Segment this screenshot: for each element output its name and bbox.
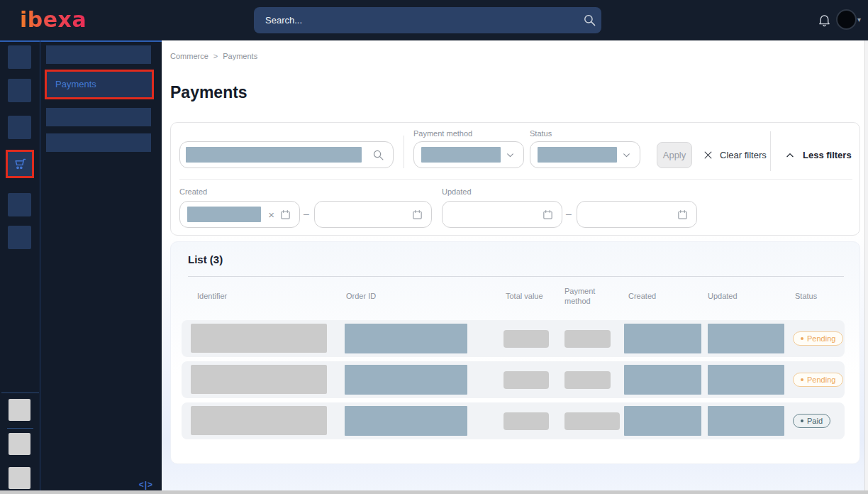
panel-collapse-icon[interactable]: <|>	[139, 480, 153, 490]
redacted-total-value	[503, 412, 549, 430]
menu-item-redacted-1[interactable]	[46, 45, 151, 64]
status-text: Paid	[807, 417, 823, 425]
notifications-bell-icon[interactable]	[817, 12, 832, 28]
rail-divider	[1, 393, 39, 393]
filter-divider	[404, 136, 404, 168]
sidebar-bottom-icon-1[interactable]	[9, 399, 30, 421]
status-badge: Pending	[793, 331, 843, 346]
chevron-down-icon	[506, 150, 515, 160]
chevron-down-icon	[622, 150, 631, 160]
table-row[interactable]: Paid	[182, 402, 845, 439]
status-text: Pending	[807, 334, 835, 343]
column-header-created: Created	[628, 292, 656, 300]
redacted-select-value	[538, 147, 617, 163]
chevron-up-icon	[785, 150, 795, 160]
menu-sidebar: Payments <|>	[40, 40, 162, 494]
redacted-identifier	[191, 406, 327, 435]
redacted-date-value	[187, 207, 261, 222]
clear-filters-button[interactable]: Clear filters	[703, 142, 767, 168]
page-title: Payments	[170, 83, 247, 102]
redacted-order-id	[345, 365, 467, 395]
breadcrumb-payments: Payments	[223, 52, 257, 60]
status-text: Pending	[807, 375, 835, 384]
close-icon	[703, 150, 713, 160]
column-header-order-id: Order ID	[346, 292, 376, 300]
breadcrumb-commerce[interactable]: Commerce	[170, 52, 208, 60]
payment-method-select[interactable]	[413, 141, 524, 168]
sidebar-bottom-icon-3[interactable]	[9, 467, 30, 489]
sidebar-icon-5[interactable]	[8, 193, 31, 216]
clear-date-icon[interactable]: ×	[268, 209, 274, 220]
top-header-bar: ibexa ▾	[0, 0, 868, 40]
column-header-payment-method: Payment method	[564, 286, 606, 306]
breadcrumb: Commerce > Payments	[170, 52, 257, 60]
search-icon[interactable]	[583, 13, 596, 27]
sidebar-icon-6[interactable]	[8, 226, 31, 249]
clear-filters-label: Clear filters	[720, 150, 767, 160]
updated-to-date-input[interactable]	[577, 201, 697, 228]
created-label: Created	[179, 187, 207, 196]
menu-item-redacted-2[interactable]	[46, 108, 151, 126]
filters-panel: Payment method Status Apply Clear fil	[170, 122, 860, 236]
redacted-created	[624, 406, 701, 436]
filter-divider	[770, 131, 771, 171]
status-label: Status	[530, 129, 552, 138]
payments-list-panel: List (3) Identifier Order ID Total value…	[170, 241, 860, 464]
less-filters-label: Less filters	[803, 150, 852, 160]
redacted-updated	[708, 324, 784, 353]
sidebar-icon-3[interactable]	[8, 116, 31, 139]
status-select[interactable]	[530, 141, 640, 168]
column-header-total-value: Total value	[506, 292, 543, 300]
sidebar-bottom-icon-2[interactable]	[9, 433, 30, 455]
redacted-payment-method	[564, 330, 611, 348]
status-dot-icon	[801, 378, 803, 381]
column-header-updated: Updated	[708, 292, 738, 300]
less-filters-toggle[interactable]: Less filters	[785, 142, 852, 168]
updated-from-date-input[interactable]	[442, 201, 562, 228]
user-menu-caret-icon[interactable]: ▾	[857, 16, 861, 23]
redacted-total-value	[503, 371, 549, 389]
user-avatar[interactable]	[836, 9, 857, 30]
redacted-order-id	[345, 324, 467, 353]
sidebar-icon-1[interactable]	[8, 45, 31, 69]
status-badge: Paid	[793, 414, 830, 428]
global-search-input[interactable]	[254, 7, 601, 33]
commerce-cart-highlight[interactable]	[6, 150, 34, 178]
search-icon	[372, 149, 384, 161]
scrollbar[interactable]	[864, 40, 868, 490]
sidebar-icon-2[interactable]	[8, 79, 31, 102]
rail-divider	[7, 428, 33, 429]
status-badge: Pending	[793, 373, 843, 387]
column-header-status: Status	[795, 292, 817, 300]
created-to-date-input[interactable]	[314, 201, 432, 228]
redacted-payment-method	[564, 412, 620, 430]
filter-search-input[interactable]	[179, 141, 394, 168]
main-content: Commerce > Payments Payments Payment met…	[162, 40, 868, 494]
menu-item-payments-highlight[interactable]: Payments	[45, 70, 154, 99]
calendar-icon	[411, 209, 423, 221]
created-from-date-input[interactable]: ×	[179, 201, 300, 228]
redacted-updated	[708, 406, 784, 436]
redacted-order-id	[345, 406, 467, 436]
apply-button[interactable]: Apply	[657, 142, 692, 168]
list-title: List (3)	[188, 253, 223, 265]
shopping-cart-icon	[13, 157, 28, 172]
filters-row-divider	[179, 179, 852, 180]
ibexa-logo[interactable]: ibexa	[20, 8, 87, 32]
payment-method-label: Payment method	[413, 129, 472, 138]
window-bottom-edge	[0, 490, 868, 494]
list-divider	[188, 276, 844, 277]
sidebar-item-payments[interactable]: Payments	[47, 72, 152, 97]
menu-item-redacted-3[interactable]	[46, 133, 151, 152]
breadcrumb-separator: >	[213, 52, 218, 60]
redacted-updated	[708, 365, 784, 395]
calendar-icon	[542, 209, 554, 221]
calendar-icon	[279, 209, 291, 221]
redacted-search-value	[186, 147, 362, 163]
app-window: ibexa ▾	[0, 0, 868, 494]
table-row[interactable]: Pending	[182, 320, 845, 357]
table-row[interactable]: Pending	[182, 361, 845, 398]
column-header-identifier: Identifier	[197, 292, 227, 300]
redacted-total-value	[503, 330, 549, 348]
redacted-created	[624, 365, 701, 395]
